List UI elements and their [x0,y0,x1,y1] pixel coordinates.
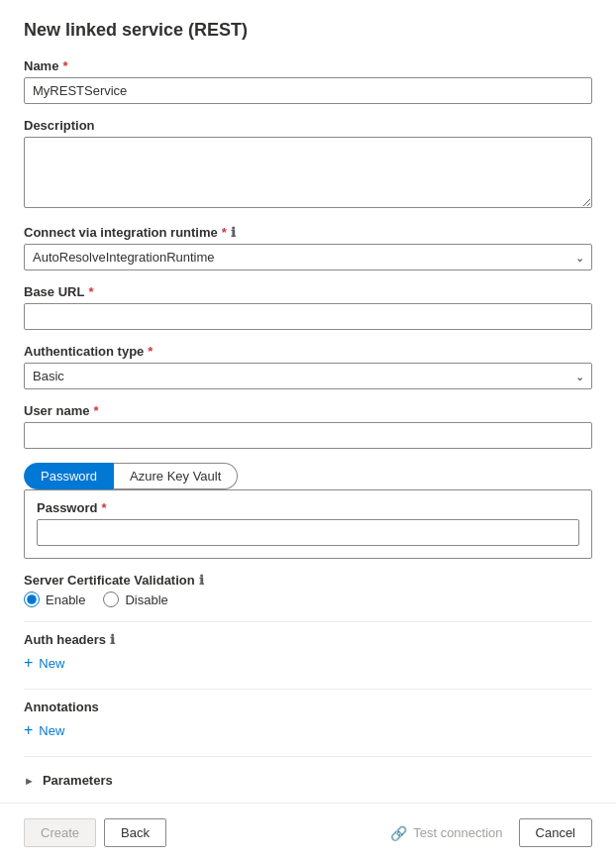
parameters-chevron-icon: ► [24,775,35,787]
test-connection-icon: 🔗 [390,825,407,841]
integration-runtime-label: Connect via integration runtime * ℹ [24,225,592,240]
annotations-label: Annotations [24,700,592,714]
password-required: * [101,500,106,515]
name-required: * [62,58,67,73]
base-url-required: * [88,284,93,299]
create-button[interactable]: Create [24,818,96,847]
footer: Create Back 🔗 Test connection Cancel [0,803,616,862]
annotations-new-button[interactable]: + New [24,718,64,742]
divider-2 [24,689,592,690]
test-connection-button[interactable]: 🔗 Test connection [382,819,510,847]
base-url-field-group: Base URL * [24,284,592,330]
server-cert-label: Server Certificate Validation ℹ [24,573,592,588]
auth-headers-label: Auth headers ℹ [24,632,592,647]
parameters-label: Parameters [43,773,113,788]
disable-radio-item[interactable]: Disable [103,592,167,607]
server-cert-radio-group: Enable Disable [24,592,592,607]
integration-runtime-select[interactable]: AutoResolveIntegrationRuntime [24,244,592,270]
server-cert-field-group: Server Certificate Validation ℹ Enable D… [24,573,592,607]
divider-3 [24,756,592,757]
auth-headers-info-icon[interactable]: ℹ [110,632,115,647]
azure-key-vault-tab[interactable]: Azure Key Vault [114,463,238,489]
auth-type-select-wrapper: Basic Anonymous Client Certificate Manag… [24,363,592,389]
disable-radio[interactable] [103,592,119,607]
annotations-field-group: Annotations + New [24,700,592,742]
password-tab[interactable]: Password [24,463,114,489]
base-url-input[interactable] [24,303,592,330]
page-wrapper: New linked service (REST) Name * Descrip… [0,0,616,862]
annotations-plus-icon: + [24,722,33,738]
cancel-button[interactable]: Cancel [519,818,592,847]
parameters-collapse-button[interactable]: ► Parameters [24,767,113,794]
name-input[interactable] [24,77,592,104]
password-tab-group: Password Azure Key Vault [24,463,592,489]
password-label: Password * [37,500,579,515]
disable-label: Disable [125,593,167,607]
panel: New linked service (REST) Name * Descrip… [0,0,616,803]
name-label: Name * [24,58,592,73]
password-section: Password Azure Key Vault Password * [24,463,592,559]
password-box: Password * [24,489,592,559]
auth-type-field-group: Authentication type * Basic Anonymous Cl… [24,344,592,389]
password-input[interactable] [37,519,579,546]
description-field-group: Description [24,118,592,211]
panel-title: New linked service (REST) [24,20,592,41]
integration-runtime-info-icon[interactable]: ℹ [231,225,236,240]
integration-runtime-select-wrapper: AutoResolveIntegrationRuntime ⌄ [24,244,592,270]
username-input[interactable] [24,422,592,449]
footer-right: 🔗 Test connection Cancel [382,818,592,847]
auth-type-label: Authentication type * [24,344,592,359]
enable-radio[interactable] [24,592,40,607]
parameters-field-group: ► Parameters [24,767,592,794]
auth-type-required: * [148,344,153,359]
auth-headers-field-group: Auth headers ℹ + New [24,632,592,675]
username-required: * [93,403,98,418]
name-field-group: Name * [24,58,592,104]
auth-headers-new-button[interactable]: + New [24,651,64,675]
enable-label: Enable [46,593,85,607]
divider-1 [24,621,592,622]
back-button[interactable]: Back [104,818,166,847]
username-field-group: User name * [24,403,592,449]
auth-headers-plus-icon: + [24,655,33,671]
description-textarea[interactable] [24,137,592,208]
username-label: User name * [24,403,592,418]
description-label: Description [24,118,592,133]
integration-runtime-required: * [222,225,227,240]
enable-radio-item[interactable]: Enable [24,592,85,607]
base-url-label: Base URL * [24,284,592,299]
server-cert-info-icon[interactable]: ℹ [199,573,204,588]
integration-runtime-field-group: Connect via integration runtime * ℹ Auto… [24,225,592,270]
auth-type-select[interactable]: Basic Anonymous Client Certificate Manag… [24,363,592,389]
